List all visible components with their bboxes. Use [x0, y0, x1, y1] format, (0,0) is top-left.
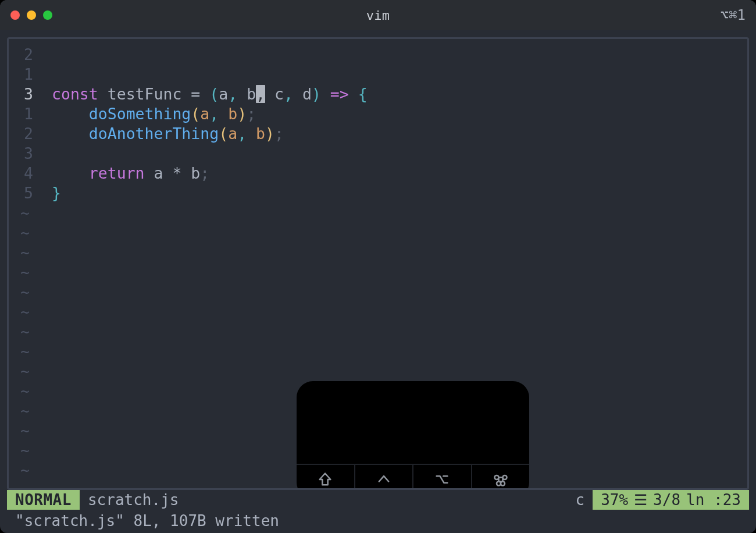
keycastr-overlay	[297, 381, 529, 490]
line-number: 3	[9, 84, 44, 104]
status-filename: scratch.js	[80, 490, 179, 510]
line-number: 5	[9, 183, 44, 203]
code-content	[44, 65, 52, 84]
keycastr-body	[297, 381, 529, 464]
empty-line-marker: ~	[9, 361, 747, 381]
empty-line-marker: ~	[9, 223, 747, 243]
mode-indicator: NORMAL	[7, 490, 80, 510]
code-line: 1 doSomething(a, b);	[9, 104, 747, 124]
titlebar: vim ⌥⌘1	[0, 0, 756, 30]
close-icon[interactable]	[10, 10, 20, 20]
editor[interactable]: 213const testFunc = (a, b, c, d) => {1 d…	[7, 37, 749, 490]
traffic-lights	[10, 10, 52, 20]
command-line: "scratch.js" 8L, 107B written	[7, 510, 749, 533]
code-line: 4 return a * b;	[9, 164, 747, 183]
empty-line-marker: ~	[9, 262, 747, 282]
line-number: 2	[9, 45, 44, 65]
code-content: doAnotherThing(a, b);	[44, 124, 284, 144]
lines-icon: ☰	[634, 492, 647, 507]
shift-key-icon	[297, 465, 354, 490]
code-line: 2 doAnotherThing(a, b);	[9, 124, 747, 144]
empty-line-marker: ~	[9, 302, 747, 322]
minimize-icon[interactable]	[27, 10, 36, 20]
status-line: NORMAL scratch.js c 37% ☰ 3/8 ln :23	[7, 490, 749, 510]
code-content	[44, 144, 52, 164]
empty-line-marker: ~	[9, 322, 747, 342]
maximize-icon[interactable]	[43, 10, 52, 20]
empty-line-marker: ~	[9, 282, 747, 302]
code-content: const testFunc = (a, b, c, d) => {	[44, 84, 368, 104]
command-key-icon	[471, 465, 530, 490]
code-line: 5}	[9, 183, 747, 203]
editor-wrap: 213const testFunc = (a, b, c, d) => {1 d…	[0, 30, 756, 533]
control-key-icon	[354, 465, 413, 490]
empty-line-marker: ~	[9, 243, 747, 262]
code-line: 3	[9, 144, 747, 164]
code-line: 1	[9, 65, 747, 84]
line-number: 1	[9, 104, 44, 124]
code-content: }	[44, 183, 61, 203]
titlebar-shortcut: ⌥⌘1	[721, 7, 746, 23]
status-column: ln :23	[686, 490, 741, 510]
empty-line-marker: ~	[9, 342, 747, 361]
line-number: 2	[9, 124, 44, 144]
line-number: 4	[9, 164, 44, 183]
keycastr-modifier-row	[297, 464, 529, 490]
window-title: vim	[366, 8, 390, 23]
line-number: 1	[9, 65, 44, 84]
line-number: 3	[9, 144, 44, 164]
status-right: 37% ☰ 3/8 ln :23	[593, 490, 749, 510]
code-line: 2	[9, 45, 747, 65]
code-content: doSomething(a, b);	[44, 104, 256, 124]
option-key-icon	[412, 465, 471, 490]
status-percent: 37%	[601, 490, 628, 510]
code-line: 3const testFunc = (a, b, c, d) => {	[9, 84, 747, 104]
status-position: 3/8	[653, 490, 680, 510]
app-window: vim ⌥⌘1 213const testFunc = (a, b, c, d)…	[0, 0, 756, 533]
status-pending-key: c	[575, 490, 593, 510]
code-content: return a * b;	[44, 164, 209, 183]
empty-line-marker: ~	[9, 203, 747, 223]
code-content	[44, 45, 52, 65]
